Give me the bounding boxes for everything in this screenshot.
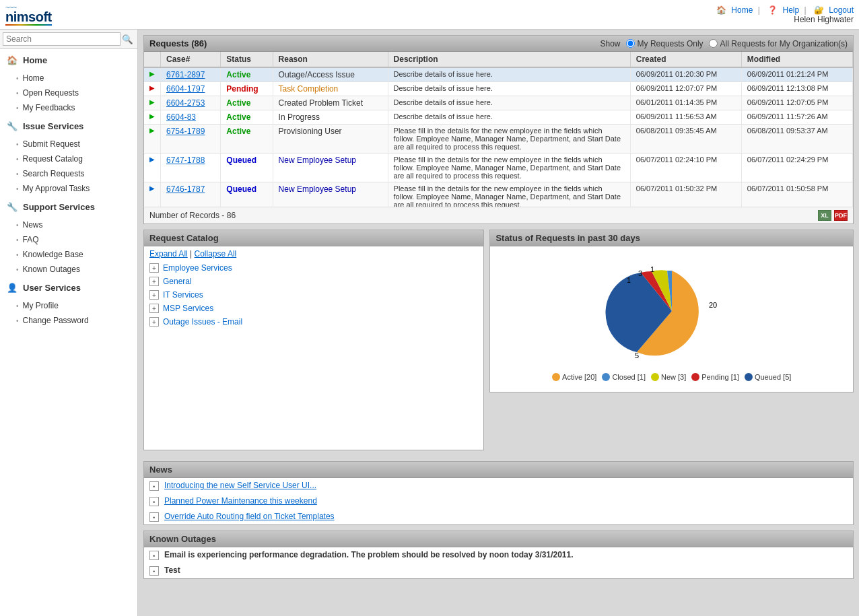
row-status: Active [221,125,273,153]
outage-item: ▪Email is experiencing performance degra… [144,547,853,563]
row-reason: Outage/Access Issue [273,67,388,82]
row-case[interactable]: 6746-1787 [161,182,221,207]
row-reason: Created Problem Ticket [273,96,388,110]
user-services-icon: 👤 [5,281,19,294]
row-case[interactable]: 6754-1789 [161,125,221,153]
row-case[interactable]: 6747-1788 [161,153,221,182]
sidebar-section-home[interactable]: 🏠 Home [0,49,137,71]
row-flag: ▶ [144,82,161,96]
sidebar-item-my-approval-tasks[interactable]: My Approval Tasks [0,181,137,196]
sidebar-item-knowledge-base[interactable]: Knowledge Base [0,247,137,262]
catalog-item[interactable]: +General [144,275,483,288]
sidebar-item-change-password[interactable]: Change Password [0,313,137,328]
nav-logout-link[interactable]: Logout [829,5,854,15]
help-icon: ❓ [767,5,778,15]
row-reason: New Employee Setup [273,153,388,182]
news-link[interactable]: Introducing the new Self Service User UI… [164,481,316,490]
col-modified: Modified [741,52,852,67]
chart-label-20: 20 [709,301,717,309]
catalog-item[interactable]: +Employee Services [144,261,483,275]
table-row[interactable]: ▶ 6761-2897 Active Outage/Access Issue D… [144,67,853,82]
row-case[interactable]: 6604-2753 [161,96,221,110]
row-created: 06/08/2011 09:35:45 AM [630,125,741,153]
news-link[interactable]: Planned Power Maintenance this weekend [164,496,317,506]
sidebar-item-my-profile[interactable]: My Profile [0,298,137,313]
known-outages-header: Known Outages [144,531,853,547]
my-requests-label[interactable]: My Requests Only [638,39,703,48]
row-description: Describe details of issue here. [388,110,630,125]
row-modified: 06/09/2011 12:07:05 PM [741,96,852,110]
row-status: Active [221,96,273,110]
chart-legend: Active [20] Closed [1] New [3] [552,373,791,381]
row-flag: ▶ [144,182,161,207]
nav-help-link[interactable]: Help [782,5,799,15]
sidebar-item-faq[interactable]: FAQ [0,232,137,247]
row-created: 06/07/2011 02:24:10 PM [630,153,741,182]
legend-pending: Pending [1] [691,373,739,381]
logout-icon: 🔐 [814,5,824,15]
news-item[interactable]: ▪Planned Power Maintenance this weekend [144,493,853,509]
my-requests-radio[interactable] [626,39,635,48]
requests-table: Case# Status Reason Description Created … [144,52,853,207]
catalog-item[interactable]: +MSP Services [144,302,483,315]
col-created: Created [630,52,741,67]
catalog-item[interactable]: +Outage Issues - Email [144,315,483,329]
issue-services-icon: 🔧 [5,119,19,133]
sidebar-item-home[interactable]: Home [0,71,137,85]
search-button[interactable]: 🔍 [121,33,135,46]
row-status: Queued [221,182,273,207]
catalog-actions: Expand All | Collapse All [144,246,483,261]
table-row[interactable]: ▶ 6604-2753 Active Created Problem Ticke… [144,96,853,110]
news-link[interactable]: Override Auto Routing field on Ticket Te… [164,512,335,521]
row-case[interactable]: 6604-83 [161,110,221,125]
table-row[interactable]: ▶ 6754-1789 Active Provisioning User Ple… [144,125,853,153]
table-row[interactable]: ▶ 6747-1788 Queued New Employee Setup Pl… [144,153,853,182]
export-excel-icon[interactable]: XL [818,210,831,221]
row-status: Queued [221,153,273,182]
nav-home-link[interactable]: Home [731,5,753,15]
sidebar-item-my-feedbacks[interactable]: My Feedbacks [0,100,137,115]
news-item[interactable]: ▪Override Auto Routing field on Ticket T… [144,509,853,524]
expand-all-link[interactable]: Expand All [149,249,188,259]
row-flag: ▶ [144,125,161,153]
legend-closed: Closed [1] [602,373,646,381]
sidebar-item-search-requests[interactable]: Search Requests [0,166,137,181]
row-case[interactable]: 6604-1797 [161,82,221,96]
requests-panel: Requests (86) Show My Requests Only All … [143,35,854,224]
sidebar-item-known-outages[interactable]: Known Outages [0,262,137,277]
table-row[interactable]: ▶ 6746-1787 Queued New Employee Setup Pl… [144,182,853,207]
news-item[interactable]: ▪Introducing the new Self Service User U… [144,478,853,493]
chart-label-1b: 1 [650,265,654,273]
row-description: Describe details of issue here. [388,82,630,96]
sidebar-section-user-services[interactable]: 👤 User Services [0,277,137,298]
sidebar-item-open-requests[interactable]: Open Requests [0,85,137,100]
legend-dot-closed [602,373,610,381]
content-area: Requests (86) Show My Requests Only All … [138,30,859,616]
table-row[interactable]: ▶ 6604-1797 Pending Task Completion Desc… [144,82,853,96]
chart-panel: Status of Requests in past 30 days [489,230,854,392]
catalog-item-label: General [163,277,192,286]
row-created: 06/09/2011 11:56:53 AM [630,110,741,125]
row-reason: New Employee Setup [273,182,388,207]
export-pdf-icon[interactable]: PDF [834,210,848,221]
catalog-column: Request Catalog Expand All | Collapse Al… [143,230,484,456]
news-bullet: ▪ [149,481,159,491]
sidebar-section-issue-services[interactable]: 🔧 Issue Services [0,115,137,137]
sidebar-item-request-catalog[interactable]: Request Catalog [0,151,137,166]
sidebar-item-news[interactable]: News [0,217,137,232]
legend-dot-active [552,373,560,381]
catalog-item-label: IT Services [163,290,203,300]
row-case[interactable]: 6761-2897 [161,67,221,82]
row-reason: Task Completion [273,82,388,96]
search-input[interactable] [3,32,121,46]
known-outages-title: Known Outages [149,534,216,544]
outage-item: ▪Test [144,563,853,578]
all-requests-label[interactable]: All Requests for My Organization(s) [720,39,848,48]
collapse-all-link[interactable]: Collapse All [195,249,237,259]
sidebar-item-submit-request[interactable]: Submit Request [0,137,137,151]
catalog-item[interactable]: +IT Services [144,288,483,302]
all-requests-radio[interactable] [709,39,718,48]
row-modified: 06/08/2011 09:53:37 AM [741,125,852,153]
sidebar-section-support-services[interactable]: 🔧 Support Services [0,196,137,217]
table-row[interactable]: ▶ 6604-83 Active In Progress Describe de… [144,110,853,125]
